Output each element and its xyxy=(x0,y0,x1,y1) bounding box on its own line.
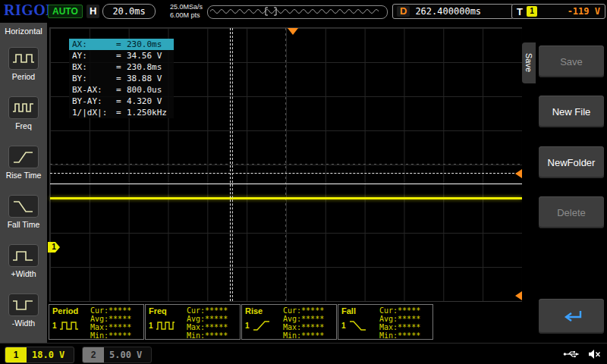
new-folder-button[interactable]: NewFolder xyxy=(539,146,604,178)
measurement-cur: Cur:***** xyxy=(379,306,429,315)
cursor-label: BX: xyxy=(72,61,116,73)
trigger-level-value: -119 V xyxy=(541,6,600,17)
preview-window-bracket xyxy=(266,8,276,15)
cursor-label: AX: xyxy=(72,39,116,50)
measurement-name: Freq xyxy=(149,306,187,315)
measurement-strip: Period 1 Cur:***** Avg:***** Max:***** M… xyxy=(49,304,434,340)
sidebar-item-label: Rise Time xyxy=(6,171,42,180)
top-status-bar: RIGOL AUTO H 20.0ms 25.0MSa/s 6.00M pts … xyxy=(0,0,607,23)
channel1-status[interactable]: 1 18.0 V xyxy=(5,347,74,363)
back-button[interactable] xyxy=(539,299,604,334)
save-button[interactable]: Save xyxy=(539,46,604,77)
cursor-equals: = xyxy=(116,107,127,118)
sidebar-item-label: +Width xyxy=(11,269,36,278)
plus-width-icon xyxy=(8,244,39,267)
waveform-preview[interactable] xyxy=(207,5,388,19)
fall-time-icon xyxy=(8,195,39,218)
waveform-display: 1 AX: = 230.0ms AY: = 34.56 V BX: = 230.… xyxy=(49,27,523,302)
delay-label: D xyxy=(397,6,410,17)
cursor-ay-line[interactable] xyxy=(50,173,522,174)
cursor-ax-line[interactable] xyxy=(230,28,231,301)
trigger-label: T xyxy=(517,6,523,17)
rise-glyph-icon xyxy=(252,319,272,331)
rise-time-icon xyxy=(8,146,39,168)
measurement-name: Rise xyxy=(245,306,283,315)
channel1-scale: 18.0 V xyxy=(32,350,64,360)
cursor-equals: = xyxy=(116,73,127,84)
sidebar-item-neg-width[interactable]: -Width xyxy=(0,286,47,335)
cursor-row-by-ay: BY-AY: = 4.320 V xyxy=(69,96,174,107)
horizontal-label: H xyxy=(86,5,99,18)
oscilloscope-screen: RIGOL AUTO H 20.0ms 25.0MSa/s 6.00M pts … xyxy=(0,0,607,364)
cursor-by-line[interactable] xyxy=(50,184,522,184)
cursor-equals: = xyxy=(116,96,127,107)
delete-button[interactable]: Delete xyxy=(539,196,604,228)
return-arrow-icon xyxy=(558,307,585,325)
measurement-max: Max:***** xyxy=(283,323,333,331)
cursor-value: 230.0ms xyxy=(127,39,171,50)
sidebar-item-freq[interactable]: Freq xyxy=(0,89,47,138)
channel1-trace xyxy=(50,197,522,199)
horizontal-timebase-group: H 20.0ms xyxy=(86,4,156,19)
graticule-center-vertical xyxy=(285,28,286,301)
minus-width-icon xyxy=(8,293,39,316)
measurement-avg: Avg:***** xyxy=(379,315,429,323)
cursor-readout-box: AX: = 230.0ms AY: = 34.56 V BX: = 230.8m… xyxy=(69,39,174,118)
measurement-avg: Avg:***** xyxy=(90,315,140,323)
cursor-row-bx: BX: = 230.8ms xyxy=(69,61,174,73)
cursor-label: AY: xyxy=(72,50,116,61)
cursor-bx-line[interactable] xyxy=(232,28,233,301)
measurement-box-rise: Rise 1 Cur:***** Avg:***** Max:***** Min… xyxy=(241,304,337,340)
fall-glyph-icon xyxy=(348,319,368,331)
channel2-scale: 5.00 V xyxy=(109,350,142,360)
cursor-value: 34.56 V xyxy=(127,50,171,61)
measurement-cur: Cur:***** xyxy=(187,306,237,315)
sidebar-item-fall-time[interactable]: Fall Time xyxy=(0,187,47,237)
sidebar-item-label: -Width xyxy=(12,318,35,328)
cursor-row-inv-dx: 1/|dX|: = 1.250kHz xyxy=(69,107,174,118)
channel2-badge: 2 xyxy=(83,347,104,362)
cursor-value: 38.88 V xyxy=(127,73,171,84)
cursor-row-bx-ax: BX-AX: = 800.0us xyxy=(69,84,174,96)
cursor-value: 800.0us xyxy=(127,84,171,96)
freq-icon xyxy=(8,96,39,119)
measurement-channel: 1 xyxy=(245,322,250,330)
measurement-min: Min:***** xyxy=(379,331,429,340)
sidebar-item-pos-width[interactable]: +Width xyxy=(0,237,47,286)
measurement-min: Min:***** xyxy=(90,331,140,340)
cursor-equals: = xyxy=(116,39,127,50)
usb-icon xyxy=(563,350,580,359)
timebase-value: 20.0ms xyxy=(102,4,155,19)
speaker-muted-icon xyxy=(588,349,601,359)
delay-value: 262.400000ms xyxy=(415,6,481,17)
channel2-status[interactable]: 2 5.00 V xyxy=(82,347,152,363)
sidebar-item-period[interactable]: Period xyxy=(0,39,47,89)
measurement-max: Max:***** xyxy=(187,323,237,331)
measurement-max: Max:***** xyxy=(90,323,140,331)
measurement-min: Min:***** xyxy=(283,331,333,340)
sidebar-title: Horizontal xyxy=(0,23,47,39)
acquisition-info: 25.0MSa/s 6.00M pts xyxy=(170,3,203,20)
period-icon xyxy=(8,47,39,70)
measurement-box-freq: Freq 1 Cur:***** Avg:***** Max:***** Min… xyxy=(145,304,241,340)
sample-rate: 25.0MSa/s xyxy=(170,3,203,11)
sidebar-item-rise-time[interactable]: Rise Time xyxy=(0,138,47,187)
measurement-channel: 1 xyxy=(52,322,57,330)
measurement-max: Max:***** xyxy=(379,323,429,331)
measurement-cur: Cur:***** xyxy=(90,306,140,315)
cursor-label: 1/|dX|: xyxy=(72,107,116,118)
delay-position-marker xyxy=(515,291,522,300)
cursor-value: 4.320 V xyxy=(127,96,171,107)
measurement-channel: 1 xyxy=(149,322,153,330)
measurement-box-fall: Fall 1 Cur:***** Avg:***** Max:***** Min… xyxy=(338,304,433,340)
cursor-equals: = xyxy=(116,61,127,73)
trigger-group: T 1 -119 V xyxy=(511,4,605,19)
trigger-position-marker[interactable] xyxy=(288,28,298,35)
trigger-source-badge: 1 xyxy=(527,6,537,17)
new-file-button[interactable]: New File xyxy=(539,96,604,127)
sidebar-item-label: Period xyxy=(12,72,35,81)
channel1-ground-marker[interactable]: 1 xyxy=(48,242,60,253)
period-glyph-icon xyxy=(59,319,79,331)
cursor-label: BY-AY: xyxy=(72,96,116,107)
trigger-level-marker[interactable] xyxy=(515,169,522,178)
